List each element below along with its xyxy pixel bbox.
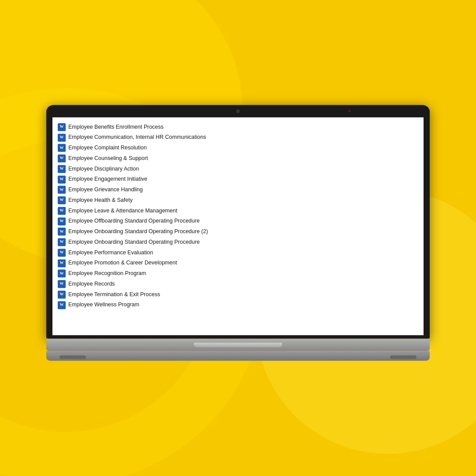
list-item[interactable]: Employee Disciplinary Action — [58, 164, 418, 174]
laptop-lid: Employee Benefits Enrollment ProcessEmpl… — [46, 105, 430, 338]
list-item[interactable]: Employee Engagement Initiative — [58, 174, 418, 185]
file-name: Employee Wellness Program — [68, 301, 139, 309]
word-icon — [58, 155, 66, 163]
laptop-foot-right — [390, 355, 416, 359]
word-icon — [58, 175, 66, 183]
word-icon — [58, 144, 66, 152]
word-icon — [58, 207, 66, 215]
list-item[interactable]: Employee Promotion & Career Development — [58, 258, 418, 268]
laptop-camera — [236, 109, 240, 113]
word-icon — [58, 280, 66, 288]
file-name: Employee Benefits Enrollment Process — [68, 123, 164, 131]
word-icon — [58, 259, 66, 267]
file-name: Employee Leave & Attendance Management — [68, 207, 177, 215]
list-item[interactable]: Employee Records — [58, 279, 418, 290]
file-list: Employee Benefits Enrollment ProcessEmpl… — [52, 117, 424, 335]
file-name: Employee Promotion & Career Development — [68, 259, 177, 268]
list-item[interactable]: Employee Health & Safety — [58, 195, 418, 206]
file-name: Employee Complaint Resolution — [68, 144, 147, 152]
file-name: Employee Records — [68, 280, 115, 288]
word-icon — [58, 197, 66, 205]
list-item[interactable]: Employee Counseling & Support — [58, 153, 418, 164]
word-icon — [58, 186, 66, 194]
camera-indicator — [349, 110, 350, 112]
word-icon — [58, 238, 66, 246]
word-icon — [58, 165, 66, 173]
screen-bezel: Employee Benefits Enrollment ProcessEmpl… — [52, 117, 424, 335]
list-item[interactable]: Employee Offboarding Standard Operating … — [58, 216, 418, 227]
file-name: Employee Performance Evaluation — [68, 249, 153, 257]
list-item[interactable]: Employee Leave & Attendance Management — [58, 205, 418, 216]
list-item[interactable]: Employee Benefits Enrollment Process — [58, 122, 418, 132]
word-icon — [58, 290, 66, 298]
screen-content: Employee Benefits Enrollment ProcessEmpl… — [52, 117, 424, 335]
file-name: Employee Disciplinary Action — [68, 165, 139, 173]
list-item[interactable]: Employee Onboarding Standard Operating P… — [58, 237, 418, 248]
file-name: Employee Health & Safety — [68, 196, 133, 205]
list-item[interactable]: Employee Complaint Resolution — [58, 143, 418, 153]
laptop-bottom — [46, 351, 430, 361]
list-item[interactable]: Employee Recognition Program — [58, 268, 418, 279]
laptop-foot-left — [60, 355, 86, 359]
list-item[interactable]: Employee Performance Evaluation — [58, 247, 418, 258]
list-item[interactable]: Employee Wellness Program — [58, 300, 418, 310]
file-name: Employee Onboarding Standard Operating P… — [68, 227, 208, 236]
file-name: Employee Recognition Program — [68, 269, 146, 278]
file-name: Employee Onboarding Standard Operating P… — [68, 238, 200, 246]
file-name: Employee Grievance Handling — [68, 186, 143, 194]
laptop: Employee Benefits Enrollment ProcessEmpl… — [46, 105, 430, 361]
file-name: Employee Engagement Initiative — [68, 175, 147, 184]
word-icon — [58, 217, 66, 225]
file-name: Employee Communication, Internal HR Comm… — [68, 134, 206, 142]
file-name: Employee Counseling & Support — [68, 154, 148, 163]
word-icon — [58, 134, 66, 141]
word-icon — [58, 228, 66, 236]
list-item[interactable]: Employee Communication, Internal HR Comm… — [58, 132, 418, 143]
file-name: Employee Offboarding Standard Operating … — [68, 217, 200, 226]
word-icon — [58, 301, 66, 309]
list-item[interactable]: Employee Termination & Exit Process — [58, 289, 418, 300]
list-item[interactable]: Employee Grievance Handling — [58, 185, 418, 195]
laptop-hinge — [194, 342, 282, 347]
laptop-base — [46, 338, 430, 351]
laptop-top-bar — [46, 105, 430, 117]
word-icon — [58, 249, 66, 257]
file-name: Employee Termination & Exit Process — [68, 290, 160, 299]
word-icon — [58, 123, 66, 131]
list-item[interactable]: Employee Onboarding Standard Operating P… — [58, 227, 418, 237]
word-icon — [58, 270, 66, 278]
